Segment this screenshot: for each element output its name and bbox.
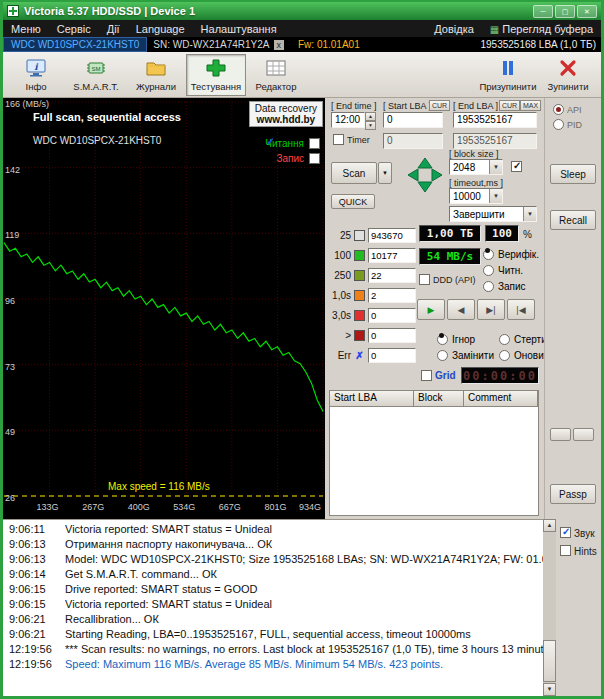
hints-checkbox[interactable] bbox=[560, 545, 571, 556]
spin-down-icon[interactable]: ▼ bbox=[365, 121, 376, 130]
testing-button[interactable]: Тестування bbox=[186, 54, 246, 96]
info-button[interactable]: i Інфо bbox=[6, 54, 66, 96]
scroll-down-icon[interactable]: ▼ bbox=[543, 683, 556, 696]
start-lba-input[interactable]: 0 bbox=[383, 112, 443, 128]
jump-end-button[interactable]: ▶| bbox=[477, 299, 505, 320]
end-time-input[interactable]: 12:00 bbox=[331, 112, 365, 128]
passport-button[interactable]: Passp bbox=[550, 484, 596, 504]
side-small-button-1[interactable] bbox=[550, 428, 571, 441]
stop-button[interactable]: Зупинити bbox=[538, 54, 598, 96]
maximize-icon[interactable]: ▢ bbox=[555, 5, 575, 18]
menu-item-1[interactable]: Сервіс bbox=[49, 23, 99, 35]
column-comment[interactable]: Comment bbox=[464, 391, 538, 407]
x-axis-label: 801G bbox=[264, 502, 286, 512]
buffer-grid-icon: ▦ bbox=[490, 24, 499, 35]
action-option-radio-0[interactable] bbox=[437, 334, 448, 345]
menu-buffer-view[interactable]: ▦Перегляд буфера bbox=[482, 23, 601, 35]
stat-swatch bbox=[354, 330, 365, 341]
stat-row->: >0 bbox=[329, 325, 416, 345]
grid-checkbox[interactable] bbox=[421, 370, 432, 381]
minimize-icon[interactable]: ─ bbox=[533, 5, 553, 18]
jump-start-button[interactable]: |◀ bbox=[507, 299, 535, 320]
badge-line1: Data recovery bbox=[255, 103, 317, 114]
chevron-down-icon[interactable]: ▼ bbox=[523, 207, 536, 221]
tab-device-model[interactable]: WDC WD10SPCX-21KHST0 bbox=[3, 37, 147, 52]
stat-row-250: 25022 bbox=[329, 265, 416, 285]
stat-row-100: 10010177 bbox=[329, 245, 416, 265]
scan-button[interactable]: Scan bbox=[331, 162, 377, 184]
stat-count: 22 bbox=[368, 268, 416, 283]
x-axis-label: 934G bbox=[299, 502, 321, 512]
stat-row-3,0s: 3,0s0 bbox=[329, 305, 416, 325]
end-time-spinner[interactable]: ▲▼ bbox=[365, 112, 376, 128]
tab-device-serial[interactable]: SN: WD-WX21A74R1Y2A x bbox=[147, 39, 290, 50]
side-small-button-2[interactable] bbox=[573, 428, 594, 441]
start-lba-cur-button[interactable]: CUR bbox=[429, 100, 450, 111]
menu-item-2[interactable]: Дії bbox=[99, 23, 128, 35]
scroll-thumb[interactable] bbox=[543, 640, 556, 682]
column-start-lba[interactable]: Start LBA bbox=[330, 391, 414, 407]
sleep-button[interactable]: Sleep bbox=[550, 164, 596, 184]
editor-grid-icon bbox=[265, 58, 287, 80]
close-icon[interactable]: ✕ bbox=[577, 5, 597, 18]
close-tab-icon[interactable]: x bbox=[274, 40, 285, 50]
direction-pad[interactable] bbox=[403, 153, 447, 197]
scroll-track[interactable] bbox=[543, 532, 556, 683]
access-mode-radios: Верифік.Читн.Запис bbox=[483, 246, 539, 294]
spin-up-icon[interactable]: ▲ bbox=[365, 112, 376, 121]
mode-option-0[interactable]: Верифік. bbox=[483, 246, 539, 262]
recall-button[interactable]: Recall bbox=[550, 210, 596, 230]
sound-checkbox[interactable] bbox=[560, 527, 571, 538]
quick-button[interactable]: QUICK bbox=[331, 194, 375, 209]
end-lba-max-button[interactable]: MAX bbox=[520, 100, 541, 111]
info-icon: i bbox=[25, 58, 47, 80]
svg-text:SM: SM bbox=[92, 65, 101, 71]
block-size-label: [ block size ] bbox=[449, 149, 499, 159]
timeout-select[interactable]: 10000▼ bbox=[449, 188, 503, 204]
timer-checkbox[interactable] bbox=[333, 134, 344, 145]
auto-block-checkbox[interactable] bbox=[511, 161, 522, 172]
mode-option-radio-1[interactable] bbox=[483, 265, 494, 276]
journals-button[interactable]: Журнали bbox=[126, 54, 186, 96]
block-size-select[interactable]: 2048▼ bbox=[449, 159, 503, 175]
action-option-radio-1[interactable] bbox=[499, 334, 510, 345]
mode-option-1[interactable]: Читн. bbox=[483, 262, 539, 278]
menu-item-0[interactable]: Меню bbox=[3, 23, 49, 35]
scroll-up-icon[interactable]: ▲ bbox=[543, 519, 556, 532]
mode-option-2[interactable]: Запис bbox=[483, 278, 539, 294]
action-option-0[interactable]: Ігнор bbox=[437, 331, 497, 347]
end-lba-cur-button[interactable]: CUR bbox=[499, 100, 520, 111]
finish-action-select[interactable]: Завершити▼ bbox=[449, 206, 537, 222]
action-option-radio-3[interactable] bbox=[499, 350, 510, 361]
start-scan-button[interactable]: ▶ bbox=[417, 299, 445, 320]
write-checkbox[interactable] bbox=[309, 153, 320, 164]
percent-display: 100 bbox=[485, 225, 519, 242]
menu-help[interactable]: Довідка bbox=[426, 23, 482, 35]
column-block[interactable]: Block bbox=[414, 391, 464, 407]
scan-dropdown-icon[interactable]: ▼ bbox=[378, 162, 392, 184]
pause-button[interactable]: Призупинити bbox=[478, 54, 538, 96]
action-option-2[interactable]: Замінити bbox=[437, 347, 497, 363]
step-back-button[interactable]: ◀ bbox=[447, 299, 475, 320]
editor-button[interactable]: Редактор bbox=[246, 54, 306, 96]
mode-option-radio-2[interactable] bbox=[483, 281, 494, 292]
log-line: 9:06:13Отримання паспорту накопичувача..… bbox=[3, 538, 543, 553]
journals-label: Журнали bbox=[136, 81, 176, 92]
timer-value-input[interactable]: 0 bbox=[383, 133, 443, 149]
menu-item-4[interactable]: Налаштування bbox=[193, 23, 285, 35]
read-checkbox[interactable] bbox=[309, 138, 320, 149]
smart-button[interactable]: SM S.M.A.R.T. bbox=[66, 54, 126, 96]
api-radio[interactable] bbox=[553, 104, 564, 115]
log-scrollbar[interactable]: ▲ ▼ bbox=[543, 519, 556, 696]
action-option-label-2: Замінити bbox=[452, 350, 494, 361]
action-option-radio-2[interactable] bbox=[437, 350, 448, 361]
chevron-down-icon[interactable]: ▼ bbox=[489, 160, 502, 174]
menu-item-3[interactable]: Language bbox=[128, 23, 193, 35]
stat-swatch bbox=[354, 230, 365, 241]
pid-radio[interactable] bbox=[553, 119, 564, 130]
ddd-checkbox[interactable] bbox=[419, 274, 430, 285]
log-line: 9:06:14Get S.M.A.R.T. command... ОК bbox=[3, 568, 543, 583]
end-lba-input[interactable]: 1953525167 bbox=[453, 112, 537, 128]
y-axis-label: 96 bbox=[5, 296, 15, 306]
chevron-down-icon[interactable]: ▼ bbox=[489, 189, 502, 203]
